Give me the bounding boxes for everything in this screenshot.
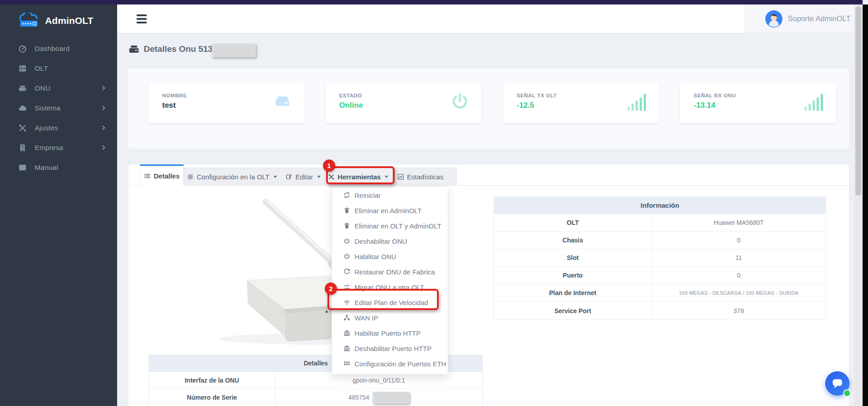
page-title: Detalles Onu 513 - — [144, 44, 218, 54]
list-icon — [144, 173, 150, 179]
chart-icon — [397, 173, 404, 180]
brand-logo[interactable]: AdminOLT — [17, 13, 93, 29]
sidebar-item-label: ONU — [35, 84, 50, 92]
serial-number-prefix: 485754 — [348, 394, 369, 401]
screen-right-edge — [863, 5, 868, 406]
stat-value: Online — [339, 101, 363, 110]
menu-item-habilitar-puerto-http[interactable]: Habilitar Puerto HTTP — [332, 325, 448, 341]
adminolt-app: AdminOLT Dashboard OLT ONU Sistema Ajust… — [0, 0, 868, 406]
menu-item-eliminar-en-olt-y-adminolt[interactable]: Eliminar en OLT y AdminOLT — [332, 218, 448, 233]
menu-item-label: Configuración de Puertos ETH — [354, 360, 446, 368]
chevron-right-icon — [101, 126, 105, 130]
tab-label: Detalles — [154, 172, 180, 180]
stat-value: test — [162, 101, 176, 110]
refresh-icon — [343, 192, 350, 199]
onu-device-icon — [272, 92, 293, 110]
annotation-box-editar-plan — [327, 289, 439, 310]
trash-icon — [343, 222, 350, 229]
gauge-icon — [18, 44, 27, 53]
caret-down-icon — [273, 176, 277, 178]
annotation-badge-1: 1 — [323, 160, 335, 172]
sidebar-item-empresa[interactable]: Empresa — [0, 138, 117, 158]
table-row: Puerto 0 — [494, 267, 826, 284]
sitemap-icon — [343, 314, 350, 321]
menu-item-deshabilitar-puerto-http[interactable]: Deshabilitar Puerto HTTP — [332, 341, 448, 356]
tab-bar: Configuración en la OLT Editar Herramien… — [184, 168, 457, 186]
stat-value: -12.5 — [517, 101, 534, 110]
tab-detalles[interactable]: Detalles — [140, 164, 184, 186]
menu-item-reiniciar[interactable]: Reiniciar — [332, 187, 448, 203]
table-row: Slot 11 — [494, 249, 826, 267]
stat-card-senal-tx-olt: SEÑAL TX OLT -12.5 — [503, 83, 659, 123]
restore-icon — [343, 268, 350, 275]
sidebar-item-dashboard[interactable]: Dashboard — [0, 39, 117, 59]
bank-icon — [343, 345, 350, 352]
menu-item-restaurar-onu-de-fabrica[interactable]: Restaurar ONU de Fabrica — [332, 264, 448, 279]
tools-icon — [18, 123, 27, 132]
book-icon — [18, 163, 27, 172]
signal-bars-icon — [626, 92, 647, 113]
sidebar-item-ajustes[interactable]: Ajustes — [0, 118, 117, 138]
tab-label: Editar — [295, 173, 313, 181]
row-label: Número de Serie — [149, 389, 275, 406]
caret-down-icon — [317, 176, 321, 178]
herramientas-dropdown-menu: Reiniciar Eliminar en AdminOLT Eliminar … — [332, 186, 448, 374]
row-label: Slot — [494, 249, 652, 266]
sidebar-item-label: Ajustes — [35, 124, 58, 132]
row-label: Plan de Internet — [494, 284, 652, 301]
chevron-right-icon — [101, 106, 105, 110]
stat-card-estado: ESTADO Online — [326, 83, 482, 123]
row-label: OLT — [494, 214, 652, 231]
chat-online-dot — [843, 389, 851, 397]
sidebar-item-label: Dashboard — [35, 45, 70, 53]
onu-device-icon — [129, 45, 139, 53]
menu-item-wan-ip[interactable]: WAN IP — [332, 310, 448, 325]
signal-bars-icon — [803, 92, 824, 113]
page-title-row: Detalles Onu 513 - — [129, 44, 218, 54]
stat-label: ESTADO — [339, 93, 362, 98]
user-menu[interactable]: Soporte AdminOLT — [744, 5, 858, 33]
scrollbar-thumb[interactable] — [855, 6, 861, 196]
menu-item-label: Reiniciar — [354, 192, 381, 199]
sidebar: AdminOLT Dashboard OLT ONU Sistema Ajust… — [0, 5, 117, 406]
table-row: Número de Serie 485754 — [149, 389, 482, 406]
row-label: Service Port — [494, 302, 652, 319]
row-label: Chasis — [494, 232, 652, 249]
tab-configuracion-en-la-olt[interactable]: Configuración en la OLT — [184, 168, 280, 186]
redacted-serial-suffix — [373, 392, 409, 404]
stat-label: NOMBRE — [162, 93, 187, 98]
annotation-box-herramientas — [326, 166, 395, 184]
gear-icon — [187, 173, 194, 180]
menu-item-label: Habilitar Puerto HTTP — [354, 329, 421, 337]
sidebar-item-olt[interactable]: OLT — [0, 59, 117, 78]
row-value: Huawei MA5680T — [652, 214, 826, 231]
row-value: 0 — [652, 267, 826, 284]
browser-top-strip — [0, 0, 863, 5]
sidebar-item-manual[interactable]: Manual — [0, 158, 117, 178]
menu-item-label: Deshabilitar Puerto HTTP — [354, 345, 432, 352]
cloud-switch-logo-icon — [17, 13, 41, 29]
row-value: 100 MEGAS - DESCARGA / 100 MEGAS - SUBID… — [652, 284, 826, 301]
table-row: Service Port 378 — [494, 302, 826, 319]
power-icon — [343, 253, 350, 260]
menu-item-configuracion-de-puertos-eth[interactable]: Configuración de Puertos ETH — [332, 356, 448, 371]
stat-card-nombre: NOMBRE test — [149, 83, 304, 123]
sidebar-item-sistema[interactable]: Sistema — [0, 98, 117, 118]
sidebar-item-onu[interactable]: ONU — [0, 78, 117, 98]
row-label: Interfaz de la ONU — [149, 372, 275, 388]
menu-item-deshabilitar-onu[interactable]: Deshabilitar ONU — [332, 233, 448, 249]
hamburger-menu-button[interactable] — [136, 14, 147, 24]
power-icon — [450, 92, 470, 112]
menu-item-eliminar-en-adminolt[interactable]: Eliminar en AdminOLT — [332, 203, 448, 218]
stat-label: SEÑAL RX ONU — [694, 93, 736, 98]
sidebar-item-label: Empresa — [35, 144, 63, 152]
brand-name: AdminOLT — [45, 15, 93, 26]
menu-item-habilitar-onu[interactable]: Habilitar ONU — [332, 249, 448, 264]
tab-editar[interactable]: Editar — [280, 168, 327, 186]
menu-item-label: Eliminar en OLT y AdminOLT — [354, 222, 441, 230]
table-row: OLT Huawei MA5680T — [494, 214, 826, 232]
building-icon — [18, 143, 27, 152]
chevron-right-icon — [101, 86, 105, 91]
tab-estadisticas[interactable]: Estadísticas — [390, 168, 451, 186]
sidebar-item-label: Manual — [35, 164, 58, 172]
